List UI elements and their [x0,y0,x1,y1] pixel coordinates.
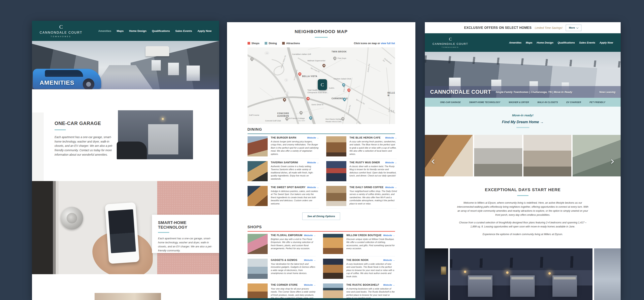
attractions-swatch-icon [282,42,285,45]
parked-van-graphic [146,46,169,56]
listing-photo [323,234,343,254]
list-item: THE FLORAL EMPORIUMWebsite → Brighten yo… [248,232,316,256]
listing-desc: A charming bookstore with a wide selecti… [346,287,395,300]
brand-logo[interactable]: C CANNONDALE COURT TOWNHOMES [40,24,82,38]
porch-light-graphic [548,272,551,275]
listing-photo [326,161,346,181]
listing-desc: Your neighborhood coffee shop. The Daily… [350,190,397,205]
nav-home-design[interactable]: Home Design [129,30,146,33]
map-poi-label: Golf Course [249,114,260,116]
nav-amenities[interactable]: Amenities [509,41,522,44]
find-dream-home-link[interactable]: Find My Dream Home → [502,120,544,124]
footer-bar [227,298,416,300]
amenities-hero-image: AMENITIES [32,41,219,89]
garage-door-graphic [510,275,535,297]
carousel-next-photo [594,248,621,300]
nav-qualifications[interactable]: Qualifications [558,41,575,44]
list-item: TAVERNA SANTORINIWebsite → Authentic Gre… [248,159,319,184]
site-header: C CANNONDALE COURT TOWNHOMES Amenities M… [425,33,621,52]
garage-door-graphic [148,124,178,155]
nav-qualifications[interactable]: Qualifications [152,30,170,33]
carousel-next-icon[interactable]: › [610,156,614,167]
map-area-label: CONCORD AUDOBON [277,112,289,117]
amenity-item: SMART-HOME TECHNOLOGY [469,101,500,103]
nav-home-design[interactable]: Home Design [537,41,554,44]
nav-apply-now[interactable]: Apply Now [600,41,613,44]
property-map-marker[interactable]: C [318,79,327,90]
map-poi-sublabel: Top rated [298,120,305,122]
garage-photo [118,110,193,159]
brand-subtitle: TOWNHOMES [51,36,71,38]
property-title: CANNONDALE COURT [430,89,491,95]
website-link[interactable]: Website → [383,234,395,236]
website-link[interactable]: Website → [307,161,319,164]
website-link[interactable]: Website → [304,284,316,286]
dining-section-heading: DINING [248,127,395,134]
website-link[interactable]: Website → [304,234,316,236]
amenities-page-panel: C CANNONDALE COURT TOWNHOMES Amenities M… [32,21,219,300]
porch-light-graphic [464,270,466,273]
about-paragraph: Choose from a curated selection of thoug… [457,221,589,229]
one-car-garage-section: ONE-CAR GARAGE Each apartment has a one-… [54,120,118,157]
listing-desc: Indulge in delicious pastries, cakes, an… [271,190,319,205]
carousel-prev-icon[interactable]: ‹ [431,156,435,167]
website-link[interactable]: Website → [385,136,397,139]
home-page-panel: EXCLUSIVE OFFERS ON SELECT HOMES Limited… [425,22,621,300]
website-link[interactable]: Website → [385,186,397,189]
website-link[interactable]: Website → [307,186,319,189]
dining-swatch-icon [265,42,267,45]
section-body: Each apartment has a one-car garage, sma… [158,236,213,253]
website-link[interactable]: Website → [383,284,395,286]
neighborhood-map[interactable]: TWIN BROOK BELLA VISTA BELLEAU W CANNOND… [248,47,395,124]
garage-door-graphic [468,275,492,297]
brand-monogram-icon: C [449,37,452,41]
property-subtitle: Single-Family Townhomes | Chattanooga, T… [496,90,572,94]
nav-amenities[interactable]: Amenities [98,30,111,33]
title-underline [315,37,328,38]
nav-maps[interactable]: Maps [117,30,124,33]
listing-name: THE SWEET SPOT BAKERY [271,186,306,189]
dining-list: THE BURGER BARNWebsite → A classic burge… [248,134,395,208]
brand-monogram-icon: C [59,24,62,30]
nav-sales-events[interactable]: Sales Events [175,30,192,33]
map-poi-label: Concord Golf Club [265,119,281,122]
view-full-list-link[interactable]: view full list [381,42,395,45]
listing-photo [248,234,268,254]
about-paragraph: Welcome to Millers at Elyson, where comm… [457,201,589,217]
roofline-graphic [450,256,592,268]
section-underline [54,129,66,130]
map-poi-label: Kohl's [329,87,334,89]
list-item: THE BLUE HERON CAFEWebsite → A cozy cafe… [326,134,397,159]
list-item: THE CORNER STOREWebsite → Your one-stop … [248,281,316,300]
map-legend: Shops Dining Attractions [248,42,300,45]
smart-home-photo: SMART-HOME TECHNOLOGY Each apartment has… [32,181,219,274]
brand-logo[interactable]: C CANNONDALE COURT TOWNHOMES [432,37,468,48]
listing-name: THE RUSTY MUG DINER [350,161,380,164]
list-item: THE BURGER BARNWebsite → A classic burge… [248,134,319,159]
listing-desc: A cozy bookstore with a wide selection o… [346,262,395,278]
section-title: ONE-CAR GARAGE [54,120,118,126]
listing-photo [323,283,343,300]
nav-maps[interactable]: Maps [526,41,532,44]
map-poi-label: Don Eaves Heritage House Arts & Civic... [326,118,343,123]
page-title: AMENITIES [40,79,74,86]
listing-name: THE CORNER STORE [271,283,298,286]
listing-photo [248,283,268,300]
nav-apply-now[interactable]: Apply Now [198,30,212,33]
nav-sales-events[interactable]: Sales Events [579,41,595,44]
section-body: Each apartment has a one-car garage, sma… [54,135,118,157]
website-link[interactable]: Website → [385,161,397,164]
listing-name: THE RUSTIC BOOKSHELF [346,283,379,286]
website-link[interactable]: Website → [304,259,316,261]
map-poi-label: Walmart Supercenter [308,60,326,62]
website-link[interactable]: Website → [383,259,395,261]
map-area-label: BELLA VISTA [302,75,317,78]
site-header: C CANNONDALE COURT TOWNHOMES Amenities M… [32,21,219,41]
see-all-dining-button[interactable]: See all Dining Options [302,213,340,220]
website-link[interactable]: Website → [307,136,319,139]
map-poi-label: Five Guys [338,57,346,60]
list-item: THE DAILY GRIND COFFEEWebsite → Your nei… [326,184,397,208]
amenity-item: PET FRIENDLY [590,101,605,103]
more-button[interactable]: More [566,25,582,31]
offer-title: EXCLUSIVE OFFERS ON SELECT HOMES [464,26,532,30]
